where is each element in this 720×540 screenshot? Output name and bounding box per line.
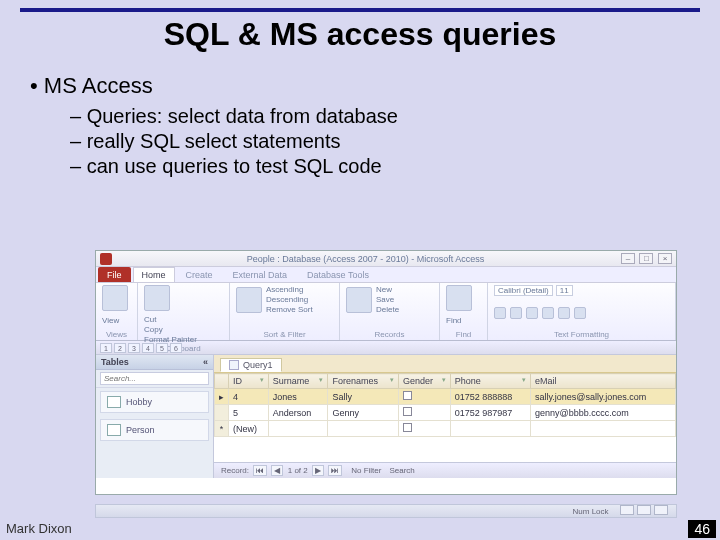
cell-gender[interactable] xyxy=(398,405,450,421)
nav-item-person[interactable]: Person xyxy=(100,419,209,441)
ribbon-group-find-label: Find xyxy=(446,330,481,339)
navigation-pane: Tables « Hobby Person xyxy=(96,355,214,478)
cell-surname[interactable]: Anderson xyxy=(268,405,328,421)
row-selector[interactable] xyxy=(215,405,229,421)
close-button[interactable]: × xyxy=(658,253,672,264)
last-record-button[interactable]: ⏭ xyxy=(328,465,342,476)
numlock-indicator: Num Lock xyxy=(573,507,609,516)
window-controls: – □ × xyxy=(619,253,672,264)
delete-record-button[interactable]: Delete xyxy=(376,305,399,314)
checkbox-icon[interactable] xyxy=(403,423,412,432)
new-record-row[interactable]: * (New) xyxy=(215,421,676,437)
cell-phone[interactable]: 01752 888888 xyxy=(450,389,530,405)
first-record-button[interactable]: ⏮ xyxy=(253,465,267,476)
work-area: Tables « Hobby Person Query1 xyxy=(96,355,676,478)
qat-1[interactable]: 1 xyxy=(100,343,112,353)
tab-create[interactable]: Create xyxy=(177,267,222,282)
sort-descending-button[interactable]: Descending xyxy=(266,295,313,304)
ribbon-group-views: View Views xyxy=(96,283,138,340)
align-left-button[interactable] xyxy=(542,307,554,319)
copy-button[interactable]: Copy xyxy=(144,325,197,334)
tab-home[interactable]: Home xyxy=(133,267,175,282)
ribbon-group-clipboard: Cut Copy Format Painter Clipboard xyxy=(138,283,230,340)
row-selector[interactable]: ▸ xyxy=(215,389,229,405)
view-button-icon[interactable] xyxy=(102,285,128,311)
document-area: Query1 ID▾ Surname▾ Forenames▾ Gender▾ P… xyxy=(214,355,676,478)
align-right-button[interactable] xyxy=(574,307,586,319)
cell-email[interactable]: genny@bbbb.cccc.com xyxy=(530,405,675,421)
cell-phone[interactable]: 01752 987987 xyxy=(450,405,530,421)
paste-button-icon[interactable] xyxy=(144,285,170,311)
nav-item-label: Hobby xyxy=(126,397,152,407)
table-row[interactable]: 5 Anderson Genny 01752 987987 genny@bbbb… xyxy=(215,405,676,421)
qat-6[interactable]: 6 xyxy=(170,343,182,353)
qat-2[interactable]: 2 xyxy=(114,343,126,353)
table-row[interactable]: ▸ 4 Jones Sally 01752 888888 sally.jones… xyxy=(215,389,676,405)
refresh-all-button-icon[interactable] xyxy=(346,287,372,313)
checkbox-icon[interactable] xyxy=(403,391,412,400)
next-record-button[interactable]: ▶ xyxy=(312,465,324,476)
col-phone[interactable]: Phone▾ xyxy=(450,374,530,389)
bold-button[interactable] xyxy=(494,307,506,319)
table-icon xyxy=(107,424,121,436)
qat-5[interactable]: 5 xyxy=(156,343,168,353)
tab-file[interactable]: File xyxy=(98,267,131,282)
minimize-button[interactable]: – xyxy=(621,253,635,264)
datasheet-view-button[interactable] xyxy=(620,505,634,515)
qat-3[interactable]: 3 xyxy=(128,343,140,353)
align-center-button[interactable] xyxy=(558,307,570,319)
col-surname[interactable]: Surname▾ xyxy=(268,374,328,389)
font-size-selector[interactable]: 11 xyxy=(556,285,573,296)
tab-database-tools[interactable]: Database Tools xyxy=(298,267,378,282)
nav-pane-title: Tables xyxy=(101,357,129,367)
cut-button[interactable]: Cut xyxy=(144,315,197,324)
ribbon-group-records-label: Records xyxy=(346,330,433,339)
prev-record-button[interactable]: ◀ xyxy=(271,465,283,476)
cell-email[interactable]: sally.jones@sally.jones.com xyxy=(530,389,675,405)
datasheet-grid[interactable]: ID▾ Surname▾ Forenames▾ Gender▾ Phone▾ e… xyxy=(214,373,676,462)
nav-item-hobby[interactable]: Hobby xyxy=(100,391,209,413)
checkbox-icon[interactable] xyxy=(403,407,412,416)
qat-4[interactable]: 4 xyxy=(142,343,154,353)
no-filter-indicator[interactable]: No Filter xyxy=(351,466,381,475)
cell-id[interactable]: 5 xyxy=(229,405,269,421)
view-button-label: View xyxy=(102,316,131,325)
tab-external-data[interactable]: External Data xyxy=(224,267,297,282)
remove-sort-button[interactable]: Remove Sort xyxy=(266,305,313,314)
record-position: 1 of 2 xyxy=(288,466,308,475)
cell-gender[interactable] xyxy=(398,389,450,405)
sort-ascending-button[interactable]: Ascending xyxy=(266,285,313,294)
italic-button[interactable] xyxy=(510,307,522,319)
window-title-text: People : Database (Access 2007 - 2010) -… xyxy=(112,254,619,264)
font-selector[interactable]: Calibri (Detail) xyxy=(494,285,553,296)
cell-forenames[interactable]: Genny xyxy=(328,405,399,421)
find-button-icon[interactable] xyxy=(446,285,472,311)
bullet-sub-1: Queries: select data from database xyxy=(70,105,720,128)
ribbon-tabs: File Home Create External Data Database … xyxy=(96,267,676,283)
cell-id[interactable]: 4 xyxy=(229,389,269,405)
query-icon xyxy=(229,360,239,370)
cell-id-new[interactable]: (New) xyxy=(229,421,269,437)
col-forenames[interactable]: Forenames▾ xyxy=(328,374,399,389)
nav-pane-header[interactable]: Tables « xyxy=(96,355,213,370)
grid-search-label[interactable]: Search xyxy=(389,466,414,475)
doc-tab-query1[interactable]: Query1 xyxy=(220,358,282,372)
bullet-sub-2: really SQL select statements xyxy=(70,130,720,153)
maximize-button[interactable]: □ xyxy=(639,253,653,264)
design-view-button[interactable] xyxy=(654,505,668,515)
underline-button[interactable] xyxy=(526,307,538,319)
window-titlebar: People : Database (Access 2007 - 2010) -… xyxy=(96,251,676,267)
cell-forenames[interactable]: Sally xyxy=(328,389,399,405)
filter-button-icon[interactable] xyxy=(236,287,262,313)
col-gender[interactable]: Gender▾ xyxy=(398,374,450,389)
save-record-button[interactable]: Save xyxy=(376,295,399,304)
col-email[interactable]: eMail xyxy=(530,374,675,389)
sql-view-button[interactable] xyxy=(637,505,651,515)
new-record-button[interactable]: New xyxy=(376,285,399,294)
row-selector-header[interactable] xyxy=(215,374,229,389)
nav-search-input[interactable] xyxy=(100,372,209,385)
nav-search-box xyxy=(96,370,213,388)
cell-surname[interactable]: Jones xyxy=(268,389,328,405)
col-id[interactable]: ID▾ xyxy=(229,374,269,389)
chevron-collapse-icon[interactable]: « xyxy=(203,357,208,367)
